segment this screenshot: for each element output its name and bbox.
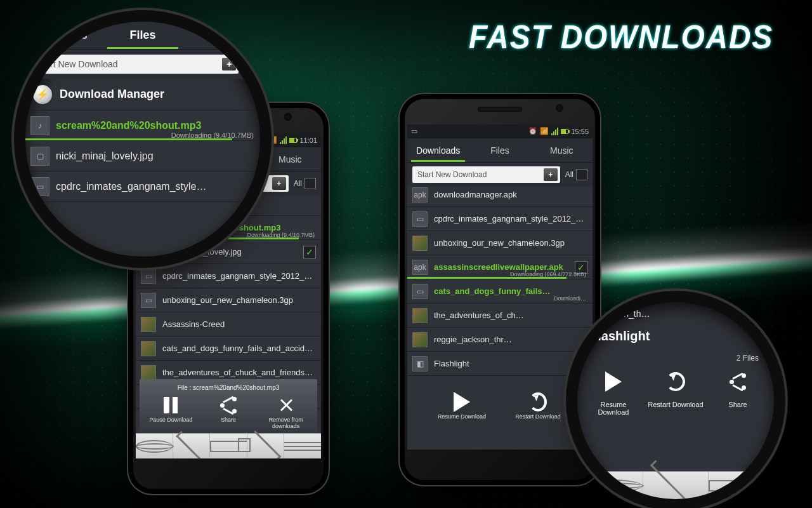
progress-bar [25,138,232,140]
list-item[interactable]: ▭ cats_and_dogs_funny_fails… Downloadi… [407,279,593,304]
globe-icon [136,440,173,453]
share-button[interactable]: Share [709,369,766,416]
music-icon: ♪ [30,116,49,135]
current-file-label: File : scream%20and%20shout.mp3 [142,384,315,391]
select-all-checkbox[interactable] [576,169,587,180]
list-item[interactable]: reggie_jackson_thr… [407,328,593,352]
pause-download-button[interactable]: Pause Download [145,396,196,429]
list-item[interactable]: ▭ cpdrc_inmates_gangnam_style_2012_h… [136,264,321,288]
list-item[interactable]: apk assassinscreedlivewallpaper.apk ✓ Do… [407,255,593,279]
battery-icon [289,138,297,143]
list-icon [284,442,321,451]
play-icon [454,392,470,412]
list-item[interactable]: ▢ nicki_minaj_lovely.jpg [25,141,260,171]
tab-files[interactable]: Files [469,138,530,162]
download-actions-card: File : scream%20and%20shout.mp3 Pause Do… [140,379,317,433]
apk-icon: apk [412,187,428,203]
list-item[interactable]: the_adventures_of_ch… [407,304,593,328]
tab-music[interactable]: Music [531,138,593,162]
video-icon: ▭ [141,293,156,308]
magnifier-top-left: wnloads Files M… Start New Download + Al… [25,22,260,257]
list-item[interactable]: ◧ Flashlight [407,352,593,376]
alarm-icon: ⏰ [528,127,537,136]
close-icon [278,398,294,413]
phone-camera [284,113,292,121]
nav-menu-button[interactable] [284,434,321,458]
progress-bar [407,277,566,279]
add-download-button[interactable]: + [544,168,558,181]
list-item[interactable]: ▭ cpdrc_inmates_gangnam_style… [25,171,260,202]
thumbnail-icon [141,341,156,356]
chevron-left-icon [176,431,207,458]
magnifier-bottom-right: e_jackson_th… Flashlight 2 Files Resume … [577,302,774,499]
chevron-right-icon [250,431,281,458]
phone-right: ▭ ⏰ 📶 15:55 Downloads Files Music Start … [398,93,601,486]
app-header-title: Download Manager [60,88,164,101]
copy-icon [210,441,247,452]
nav-forward-button[interactable] [247,434,285,458]
file-list[interactable]: apk downloadmanager.apk ▭ cpdrc_inmates_… [407,183,593,450]
pause-icon [164,397,178,413]
list-item[interactable]: ♪ scream%20and%20shout.mp3 Downloading (… [25,110,260,141]
phone-speaker [478,107,522,112]
restart-icon [666,372,685,391]
item-checkbox[interactable]: ✓ [303,246,316,258]
thumbnail-icon [412,332,428,347]
list-item[interactable]: unboxing_our_new_chameleon.3gp [407,231,593,255]
restart-download-button[interactable]: Restart Download [647,369,704,416]
battery-icon [561,129,568,134]
thumbnail-icon [412,236,428,251]
list-item[interactable]: Assassins-Creed [136,312,321,337]
restart-icon [529,392,547,411]
phone-right-screen: ▭ ⏰ 📶 15:55 Downloads Files Music Start … [407,124,593,450]
picture-icon: ▭ [411,127,420,136]
all-label: All [294,179,302,188]
chevron-left-icon [650,460,701,499]
tab-files[interactable]: Files [103,22,181,49]
new-download-placeholder: Start New Download [417,170,487,179]
folder-icon: ◧ [412,356,428,371]
signal-icon [280,137,287,144]
wifi-icon: 📶 [268,136,277,145]
image-icon: ▢ [30,147,49,166]
nav-tabs-button[interactable] [210,434,247,458]
tab-bar: Downloads Files Music [407,138,593,163]
tab-downloads[interactable]: Downloads [407,138,469,162]
file-count: 2 F… [407,376,593,391]
headline: FAST DOWNLOADS [469,18,773,56]
file-count: 2 Files [577,354,774,369]
share-button[interactable]: Share [203,396,254,429]
list-item[interactable]: ▭ cpdrc_inmates_gangnam_style_2012_h… [407,207,593,231]
apk-icon: apk [412,260,428,275]
video-icon: ▭ [141,269,156,284]
nav-back-button[interactable] [643,472,709,499]
select-all-checkbox[interactable] [304,178,316,189]
list-item[interactable]: cats_and_dogs_funny_fails_and_accide… [136,337,321,361]
share-icon [220,397,237,413]
list-item[interactable]: ▭ unboxing_our_new_chameleon.3gp [136,288,321,312]
resume-download-button[interactable]: Resume Download [585,369,642,416]
nav-back-button[interactable] [173,434,211,458]
thumbnail-icon [412,308,428,323]
status-clock: 15:55 [571,128,589,135]
restart-download-button[interactable]: Restart Download [513,393,563,420]
resume-download-button[interactable]: Resume Download [436,393,487,420]
new-download-input[interactable]: Start New Download + [32,55,239,74]
new-download-input[interactable]: Start New Download + [412,166,560,183]
tab-music[interactable]: Music [259,147,321,171]
status-clock: 11:01 [299,137,317,144]
bottom-nav [136,433,321,458]
status-bar: ▭ ⏰ 📶 15:55 [407,124,593,138]
play-icon [605,371,622,392]
nav-globe-button[interactable] [136,434,173,458]
thumbnail-icon [141,317,156,332]
phone-camera [556,104,563,112]
list-item[interactable]: apk downloadmanager.apk [407,183,593,207]
app-header: Download Manager [25,79,260,110]
add-download-button[interactable]: + [272,177,286,190]
remove-download-button[interactable]: Remove from downloads [261,396,311,429]
video-icon: ▭ [412,284,428,299]
signal-icon [551,128,558,135]
video-icon: ▭ [412,211,428,227]
share-icon [730,373,746,390]
